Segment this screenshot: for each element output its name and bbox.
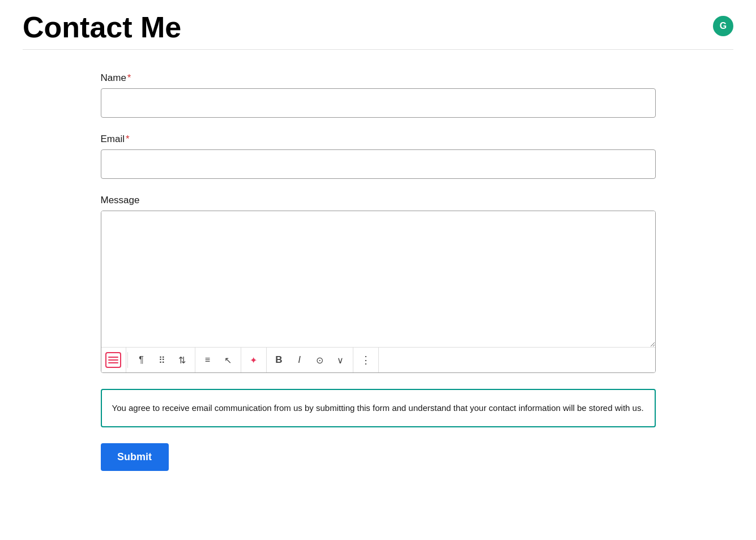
bold-button[interactable]: B — [269, 348, 289, 372]
sparkle-button[interactable]: ✦ — [244, 348, 264, 372]
toolbar-align-group: ≡ ↖ — [195, 348, 241, 372]
grammarly-toolbar-button[interactable] — [101, 348, 126, 372]
more-formats-button[interactable]: ∨ — [330, 348, 351, 372]
toolbar-overflow-group — [353, 348, 379, 372]
grammarly-icon-line1 — [108, 357, 118, 358]
drag-handle-button[interactable]: ⠿ — [152, 348, 172, 372]
email-input[interactable] — [101, 149, 656, 179]
email-required-star: * — [126, 134, 130, 144]
italic-button[interactable]: I — [289, 348, 310, 372]
link-button[interactable]: ⊙ — [310, 348, 330, 372]
toolbar-ai-group: ✦ — [241, 348, 267, 372]
page-header: Contact Me G — [23, 11, 733, 50]
page-title: Contact Me — [23, 11, 181, 44]
grammarly-extension-icon[interactable]: G — [713, 16, 733, 36]
name-required-star: * — [127, 72, 131, 83]
overflow-menu-button[interactable] — [356, 348, 376, 372]
grammarly-icon — [105, 352, 121, 368]
email-label: Email* — [101, 134, 656, 145]
message-textarea[interactable] — [101, 211, 655, 347]
toolbar-format-group: B I ⊙ ∨ — [267, 348, 353, 372]
name-field-group: Name* — [101, 72, 656, 118]
move-up-down-button[interactable]: ⇅ — [172, 348, 193, 372]
toolbar-divider-1 — [127, 352, 128, 368]
message-label: Message — [101, 195, 656, 206]
editor-toolbar: ¶ ⠿ ⇅ ≡ ↖ ✦ B I ⊙ ∨ — [101, 347, 655, 372]
submit-button[interactable]: Submit — [101, 443, 169, 471]
paragraph-button[interactable]: ¶ — [131, 348, 152, 372]
grammarly-icon-line3 — [108, 362, 118, 363]
name-label: Name* — [101, 72, 656, 84]
message-field-group: Message ¶ ⠿ ⇅ ≡ — [101, 195, 656, 373]
toolbar-block-group: ¶ ⠿ ⇅ — [129, 348, 195, 372]
message-editor-wrapper: ¶ ⠿ ⇅ ≡ ↖ ✦ B I ⊙ ∨ — [101, 211, 656, 373]
email-field-group: Email* — [101, 134, 656, 179]
align-button[interactable]: ≡ — [198, 348, 218, 372]
grammarly-icon-line2 — [108, 359, 118, 361]
pointer-button[interactable]: ↖ — [218, 348, 238, 372]
contact-form: Name* Email* Message ¶ — [101, 72, 656, 471]
consent-text: You agree to receive email communication… — [112, 401, 644, 415]
consent-box: You agree to receive email communication… — [101, 389, 656, 427]
name-input[interactable] — [101, 88, 656, 118]
